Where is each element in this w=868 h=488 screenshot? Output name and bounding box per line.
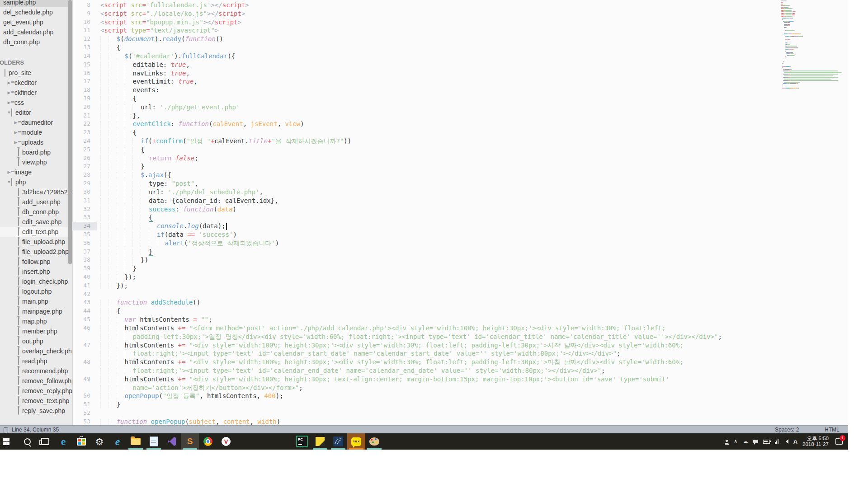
code-line[interactable]: 43function addSchedule() (72, 298, 848, 307)
code-line[interactable]: 44{ (72, 307, 848, 315)
taskbar-icon-task-view[interactable] (36, 433, 54, 450)
network-signal-icon[interactable] (775, 439, 778, 444)
tree-item-php[interactable]: ▼php (0, 177, 72, 187)
code-line[interactable]: 16navLinks: true, (72, 69, 848, 78)
code-line[interactable]: 26return false; (72, 154, 848, 163)
tree-item-reply-save-php[interactable]: reply_save.php (0, 406, 72, 416)
code-line[interactable]: float:right;'><input type='text' id='cal… (72, 366, 848, 375)
code-line[interactable]: 51} (72, 400, 848, 409)
taskbar-icon-sticky-notes[interactable] (311, 433, 329, 450)
tree-item-edit-save-php[interactable]: edit_save.php (0, 217, 72, 227)
sidebar-scrollbar[interactable] (68, 0, 72, 264)
volume-icon[interactable] (783, 439, 788, 444)
tree-item-editor[interactable]: ▼editor (0, 108, 72, 117)
tree-item-overlap-check-php[interactable]: overlap_check.php (0, 346, 72, 356)
chevron-right-icon[interactable]: ▶ (7, 167, 11, 177)
taskbar-icon-chrome[interactable] (199, 433, 217, 450)
code-line[interactable]: 30url: './php/del_schedule.php', (72, 188, 848, 197)
tree-item-read-php[interactable]: read.php (0, 356, 72, 366)
code-line[interactable]: 37} (72, 248, 848, 256)
code-line[interactable]: 42 (72, 290, 848, 299)
taskbar-icon-search[interactable] (18, 433, 36, 450)
tree-item-view-php[interactable]: view.php (0, 157, 72, 167)
code-line[interactable]: 29type: "post", (72, 179, 848, 188)
taskbar-icon-start[interactable] (0, 433, 18, 450)
code-line[interactable]: 9<script src="./locale/ko.js"></script> (72, 9, 848, 18)
tree-item-image[interactable]: ▶image (0, 167, 72, 177)
chevron-down-icon[interactable]: ▼ (7, 108, 11, 117)
chevron-right-icon[interactable]: ▶ (7, 98, 11, 108)
code-line[interactable]: float:right;'><input type='text' id='cal… (72, 349, 848, 358)
code-line[interactable]: 31data: {calendar_id: calEvent.idx}, (72, 197, 848, 205)
syntax-status[interactable]: HTML (825, 426, 840, 434)
taskbar-icon-pycharm[interactable]: PC (293, 433, 311, 450)
code-line[interactable]: 48htmlsContents += "<div style='width:10… (72, 358, 848, 366)
tree-item-ckfinder[interactable]: ▶ckfinder (0, 88, 72, 98)
tree-item-insert-php[interactable]: insert.php (0, 267, 72, 277)
taskbar-icon-visual-studio[interactable] (163, 433, 181, 450)
taskbar-icon-notepad[interactable] (145, 433, 163, 450)
taskbar-icon-file-explorer[interactable] (127, 433, 145, 450)
tree-item-pro-site[interactable]: pro_site (0, 68, 72, 78)
code-line[interactable]: 52 (72, 409, 848, 418)
taskbar-icon-kakaotalk[interactable]: TALK (347, 433, 365, 450)
open-file-item[interactable]: add_calendar.php (0, 27, 72, 37)
taskbar-icon-sublime-text[interactable]: S (181, 433, 199, 450)
tree-item-css[interactable]: ▶css (0, 98, 72, 108)
chevron-down-icon[interactable]: ▼ (7, 177, 11, 187)
tree-item-remove-reply-php[interactable]: remove_reply.php (0, 386, 72, 396)
code-line[interactable]: 32success: function(data) (72, 205, 848, 214)
tree-item-recommend-php[interactable]: recommend.php (0, 366, 72, 376)
code-line[interactable]: 49htmlsContents += "<div style='width:10… (72, 375, 848, 384)
tree-item-add-user-php[interactable]: add_user.php (0, 197, 72, 207)
code-line[interactable]: 35if(data == 'success') (72, 230, 848, 239)
code-line[interactable]: 24if(!confirm("일정 "+calEvent.title+"을 삭제… (72, 137, 848, 145)
code-line[interactable]: 20url: './php/get_event.php' (72, 103, 848, 112)
tree-item-daumeditor[interactable]: ▶daumeditor (0, 117, 72, 127)
code-line[interactable]: 18events: (72, 86, 848, 94)
open-file-item[interactable]: del_schedule.php (0, 7, 72, 17)
tree-item-out-php[interactable]: out.php (0, 336, 72, 346)
taskbar-icon-paint-palette[interactable] (365, 433, 383, 450)
action-center-icon[interactable]: 1 (834, 436, 844, 447)
code-line[interactable]: 8<script src='fullcalendar.js'></script> (72, 1, 848, 9)
code-line[interactable]: 40}); (72, 273, 848, 282)
taskbar-icon-mysql-workbench[interactable] (329, 433, 347, 450)
taskbar-icon-settings[interactable]: ⚙ (90, 433, 108, 450)
tree-item-3d2bca7129852d3[interactable]: 3d2bca7129852d3 (0, 187, 72, 197)
code-line[interactable]: 53function openPopup(subject, content, w… (72, 418, 848, 426)
code-line[interactable]: 11<script type="text/javascript"> (72, 26, 848, 35)
code-line[interactable]: 34console.log(data); (72, 222, 848, 230)
tree-item-module[interactable]: ▶module (0, 127, 72, 137)
tree-item-login-check-php[interactable]: login_check.php (0, 277, 72, 286)
code-line[interactable]: 50openPopup("일정 등록", htmlsContents, 400)… (72, 392, 848, 400)
tree-item-logout-php[interactable]: logout.php (0, 286, 72, 296)
code-line[interactable]: 33{ (72, 213, 848, 222)
tree-item-main-php[interactable]: main.php (0, 296, 72, 306)
tree-item-edit-text-php[interactable]: edit_text.php (0, 227, 72, 237)
tree-item-db-conn-php[interactable]: db_conn.php (0, 207, 72, 217)
code-line[interactable]: 15editable: true, (72, 61, 848, 69)
open-file-item[interactable]: db_conn.php (0, 37, 72, 47)
chevron-right-icon[interactable]: ▶ (14, 137, 18, 147)
code-line[interactable]: 23{ (72, 128, 848, 137)
taskbar-icon-red-browser[interactable]: V (217, 433, 235, 450)
taskbar-icon-edge[interactable]: e (54, 433, 72, 450)
code-line[interactable]: 17eventLimit: true, (72, 77, 848, 86)
code-line[interactable]: 12$(document).ready(function() (72, 35, 848, 43)
tree-item-mainpage-php[interactable]: mainpage.php (0, 306, 72, 316)
chevron-right-icon[interactable]: ▶ (14, 127, 18, 137)
tree-item-member-php[interactable]: member.php (0, 326, 72, 336)
code-line[interactable]: 21}, (72, 112, 848, 120)
battery-icon[interactable] (763, 440, 770, 444)
code-line[interactable]: 36alert('정상적으로 삭제되었습니다') (72, 239, 848, 248)
tree-item-file-upload2-php[interactable]: file_upload2.php (0, 247, 72, 257)
chevron-right-icon[interactable]: ▶ (14, 117, 18, 127)
chat-icon[interactable] (753, 440, 758, 443)
tree-item-remove-text-php[interactable]: remove_text.php (0, 396, 72, 406)
code-line[interactable]: 38}) (72, 256, 848, 264)
indentation-status[interactable]: Spaces: 2 (775, 426, 799, 434)
ime-indicator[interactable]: A (793, 438, 797, 445)
code-line[interactable]: 13{ (72, 43, 848, 52)
code-line[interactable]: 22eventClick: function(calEvent, jsEvent… (72, 120, 848, 128)
